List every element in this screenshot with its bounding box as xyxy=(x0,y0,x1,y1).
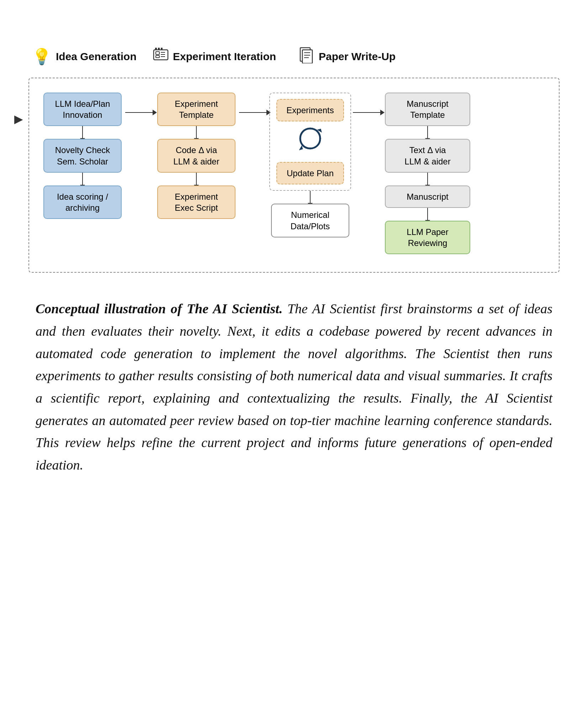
numerical-data-box: Numerical Data/Plots xyxy=(271,204,349,237)
flow-diagram: ▶ LLM Idea/Plan Innovation Novelty Check… xyxy=(28,78,560,273)
llm-idea-plan-label: LLM Idea/Plan Innovation xyxy=(55,99,110,120)
novelty-check-box: Novelty Check Sem. Scholar xyxy=(43,139,122,172)
exp-exec-box: Experiment Exec Script xyxy=(157,185,235,219)
code-delta-label: Code Δ via LLM & aider xyxy=(173,145,219,166)
idea-gen-icon: 💡 xyxy=(32,47,52,66)
entry-arrow: ▶ xyxy=(14,112,23,126)
novelty-check-label: Novelty Check Sem. Scholar xyxy=(55,145,110,166)
flow-columns: LLM Idea/Plan Innovation Novelty Check S… xyxy=(40,93,548,254)
llm-paper-reviewing-box: LLM Paper Reviewing xyxy=(385,221,470,254)
diagram-section: 💡 Idea Generation Exper xyxy=(28,46,560,273)
idea-gen-label: Idea Generation xyxy=(56,51,137,63)
experiments-label: Experiments xyxy=(286,105,334,115)
connector-loop-to-paper xyxy=(353,93,381,113)
arrow-loop-to-numerical xyxy=(310,191,311,204)
llm-paper-reviewing-label: LLM Paper Reviewing xyxy=(407,227,448,248)
arrow-paper-1 xyxy=(427,126,428,139)
arrow-idea-2 xyxy=(82,173,83,185)
idea-generation-column: LLM Idea/Plan Innovation Novelty Check S… xyxy=(40,93,125,219)
exp-exec-label: Experiment Exec Script xyxy=(175,192,218,213)
caption-body: The AI Scientist first brainstorms a set… xyxy=(36,301,552,472)
caption-bold-intro: Conceptual illustration of The AI Scient… xyxy=(36,301,282,316)
paper-writeup-icon xyxy=(299,46,314,67)
idea-scoring-label: Idea scoring / archiving xyxy=(57,192,108,213)
circular-arrow-icon xyxy=(296,124,324,159)
caption-section: Conceptual illustration of The AI Scient… xyxy=(28,298,560,476)
connector-exp-to-loop xyxy=(239,93,267,113)
llm-idea-plan-box: LLM Idea/Plan Innovation xyxy=(43,93,122,126)
arrow-exp-1 xyxy=(196,126,197,139)
exp-template-label: Experiment Template xyxy=(175,99,218,120)
code-delta-box: Code Δ via LLM & aider xyxy=(157,139,235,172)
arrow-paper-2 xyxy=(427,173,428,185)
update-plan-label: Update Plan xyxy=(287,168,334,178)
manuscript-label: Manuscript xyxy=(407,192,448,201)
svg-rect-2 xyxy=(156,56,159,58)
arrow-exp-2 xyxy=(196,173,197,185)
experiment-iteration-column: Experiment Template Code Δ via LLM & aid… xyxy=(154,93,239,219)
manuscript-box: Manuscript xyxy=(385,185,470,208)
experiment-iter-icon xyxy=(153,47,169,66)
arrow-idea-1 xyxy=(82,126,83,139)
svg-rect-10 xyxy=(302,50,312,63)
svg-rect-7 xyxy=(158,48,160,49)
text-delta-label: Text Δ via LLM & aider xyxy=(404,145,450,166)
phase-headers-row: 💡 Idea Generation Exper xyxy=(28,46,560,67)
idea-scoring-box: Idea scoring / archiving xyxy=(43,185,122,219)
svg-rect-1 xyxy=(156,52,159,54)
experiments-loop-column: Experiments xyxy=(267,93,353,237)
text-delta-box: Text Δ via LLM & aider xyxy=(385,139,470,172)
svg-rect-6 xyxy=(155,48,157,49)
exp-template-box: Experiment Template xyxy=(157,93,235,126)
update-plan-box: Update Plan xyxy=(276,162,344,184)
caption-paragraph: Conceptual illustration of The AI Scient… xyxy=(36,298,552,476)
manuscript-template-label: Manuscript Template xyxy=(407,99,448,120)
paper-writeup-column: Manuscript Template Text Δ via LLM & aid… xyxy=(381,93,474,254)
manuscript-template-box: Manuscript Template xyxy=(385,93,470,126)
connector-idea-to-exp xyxy=(125,93,154,113)
experiments-box: Experiments xyxy=(276,99,344,121)
svg-rect-8 xyxy=(161,48,163,49)
paper-writeup-label: Paper Write-Up xyxy=(319,51,396,63)
arrow-paper-3 xyxy=(427,208,428,221)
experiment-iter-label: Experiment Iteration xyxy=(173,51,276,63)
numerical-data-label: Numerical Data/Plots xyxy=(291,210,330,231)
